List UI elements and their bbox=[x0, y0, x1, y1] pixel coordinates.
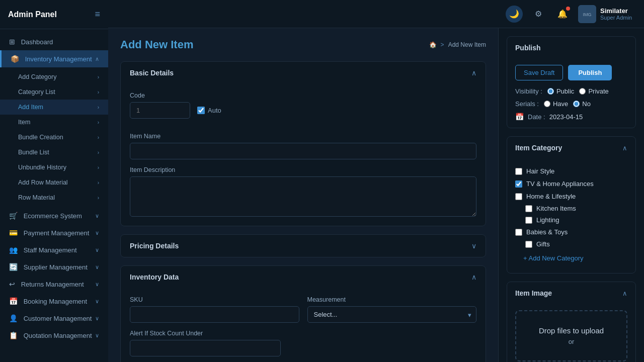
category-item-kitchen[interactable]: Kitchen Items bbox=[515, 203, 627, 214]
user-avatar[interactable]: IMG Similater Super Admin bbox=[578, 5, 632, 23]
auto-checkbox[interactable]: Auto bbox=[197, 107, 221, 114]
sidebar-item-supplier[interactable]: 🔄 Supplier Management ∨ bbox=[0, 258, 108, 276]
hamburger-icon[interactable]: ≡ bbox=[95, 9, 100, 20]
sidebar-item-bundle-list[interactable]: Bundle List › bbox=[0, 145, 108, 160]
category-checkbox-kitchen[interactable] bbox=[525, 205, 532, 212]
sidebar-item-staff[interactable]: 👥 Staff Management ∨ bbox=[0, 241, 108, 258]
item-list-chevron: › bbox=[98, 120, 99, 125]
item-image-header[interactable]: Item Image ∧ bbox=[507, 282, 635, 304]
publish-panel-title: Publish bbox=[515, 44, 541, 52]
booking-label: Booking Management bbox=[24, 298, 87, 305]
category-label-babies-toys: Babies & Toys bbox=[526, 228, 568, 236]
category-checkbox-tv-home[interactable] bbox=[515, 180, 522, 188]
category-item-babies-toys[interactable]: Babies & Toys bbox=[515, 226, 627, 238]
staff-icon: 👥 bbox=[9, 246, 18, 254]
unbundle-chevron: › bbox=[98, 165, 99, 170]
inventory-data-header[interactable]: Inventory Data ∧ bbox=[121, 266, 486, 288]
settings-icon[interactable]: ⚙ bbox=[530, 6, 547, 23]
code-input[interactable] bbox=[130, 102, 190, 119]
item-category-panel: Item Category ∧ Hair Style TV & Home A bbox=[507, 136, 636, 274]
serials-have-radio[interactable] bbox=[544, 101, 550, 107]
category-label-lighting: Lighting bbox=[536, 216, 559, 224]
serials-no-option[interactable]: No bbox=[573, 100, 591, 108]
save-draft-button[interactable]: Save Draft bbox=[515, 65, 563, 80]
category-item-tv-home[interactable]: TV & Home Appliances bbox=[515, 177, 627, 190]
sidebar-item-payment[interactable]: 💳 Payment Management ∨ bbox=[0, 224, 108, 241]
serials-no-radio[interactable] bbox=[573, 101, 580, 107]
category-label-hair-style: Hair Style bbox=[526, 167, 554, 175]
sidebar-item-row-material-list[interactable]: Row Material › bbox=[0, 190, 108, 205]
sidebar-item-category-list[interactable]: Category List › bbox=[0, 84, 108, 100]
returns-label: Returns Management bbox=[21, 281, 84, 288]
category-checkbox-gifts[interactable] bbox=[525, 241, 532, 248]
sku-input[interactable] bbox=[130, 306, 299, 323]
category-item-gifts[interactable]: Gifts bbox=[515, 238, 627, 250]
theme-toggle-button[interactable]: 🌙 bbox=[506, 6, 523, 23]
home-icon[interactable]: 🏠 bbox=[429, 41, 437, 48]
visibility-private-radio[interactable] bbox=[579, 88, 586, 95]
customer-icon: 👤 bbox=[9, 314, 18, 322]
payment-chevron-icon: ∨ bbox=[95, 230, 99, 236]
category-label-home-lifestyle: Home & Lifestyle bbox=[526, 193, 576, 200]
sidebar-item-ecommerce[interactable]: 🛒 Ecommerce System ∨ bbox=[0, 207, 108, 224]
pricing-details-header[interactable]: Pricing Details ∨ bbox=[121, 235, 486, 257]
sidebar-item-add-category[interactable]: Add Category › bbox=[0, 69, 108, 84]
add-category-chevron: › bbox=[98, 74, 99, 80]
bundle-creation-label: Bundle Creation bbox=[18, 134, 63, 141]
item-description-textarea[interactable] bbox=[130, 176, 476, 217]
sidebar-item-bundle-creation[interactable]: Bundle Creation › bbox=[0, 130, 108, 145]
sidebar-item-add-item[interactable]: Add Item › bbox=[0, 100, 108, 115]
alert-label: Alert If Stock Count Under bbox=[130, 330, 476, 337]
item-name-input[interactable] bbox=[130, 143, 476, 159]
date-icon: 📅 bbox=[515, 113, 524, 121]
visibility-private-option[interactable]: Private bbox=[579, 87, 608, 95]
alert-input[interactable] bbox=[130, 340, 281, 356]
dashboard-icon: ⊞ bbox=[9, 38, 15, 46]
measurement-select[interactable]: Select... bbox=[307, 306, 477, 323]
or-text: or bbox=[569, 338, 575, 345]
have-label: Have bbox=[553, 100, 568, 108]
sidebar-item-add-row-material[interactable]: Add Row Material › bbox=[0, 175, 108, 190]
serials-have-option[interactable]: Have bbox=[544, 100, 568, 108]
item-category-header[interactable]: Item Category ∧ bbox=[507, 137, 635, 159]
category-checkbox-babies-toys[interactable] bbox=[515, 229, 522, 236]
category-checkbox-lighting[interactable] bbox=[525, 217, 532, 224]
basic-details-header[interactable]: Basic Details ∧ bbox=[121, 62, 486, 84]
visibility-row: Visibility : Public Private bbox=[515, 87, 627, 95]
visibility-public-option[interactable]: Public bbox=[547, 87, 574, 95]
sidebar-item-booking[interactable]: 📅 Booking Management ∨ bbox=[0, 293, 108, 310]
image-upload-dropzone[interactable]: Drop files to upload or bbox=[515, 310, 627, 361]
private-label: Private bbox=[588, 87, 608, 95]
sidebar-item-dashboard[interactable]: ⊞ Dashboard bbox=[0, 33, 108, 50]
visibility-public-radio[interactable] bbox=[547, 88, 554, 95]
topbar: 🌙 ⚙ 🔔 IMG Similater Super Admin bbox=[108, 0, 644, 28]
category-label-gifts: Gifts bbox=[536, 240, 550, 248]
sidebar-item-unbundle-history[interactable]: Unbundle History › bbox=[0, 160, 108, 175]
pricing-details-panel: Pricing Details ∨ bbox=[120, 234, 486, 257]
measurement-select-wrapper: Select... bbox=[307, 306, 477, 323]
customer-label: Customer Management bbox=[24, 315, 92, 322]
notification-bell-icon[interactable]: 🔔 bbox=[554, 6, 571, 23]
returns-icon: ↩ bbox=[9, 280, 15, 288]
category-item-hair-style[interactable]: Hair Style bbox=[515, 165, 627, 177]
ecommerce-chevron-icon: ∨ bbox=[95, 213, 99, 219]
supplier-label: Supplier Management bbox=[24, 263, 88, 271]
category-checkbox-home-lifestyle[interactable] bbox=[515, 193, 522, 200]
add-category-label: Add Category bbox=[18, 73, 56, 80]
auto-label: Auto bbox=[208, 107, 221, 114]
add-new-category-link[interactable]: + Add New Category bbox=[515, 250, 627, 266]
sidebar-item-quotation[interactable]: 📋 Quotation Management ∨ bbox=[0, 327, 108, 344]
sidebar-item-customer[interactable]: 👤 Customer Management ∨ bbox=[0, 310, 108, 327]
publish-button[interactable]: Publish bbox=[568, 65, 612, 80]
category-item-lighting[interactable]: Lighting bbox=[515, 214, 627, 226]
date-label: Date : bbox=[528, 113, 545, 121]
auto-checkbox-input[interactable] bbox=[197, 107, 205, 114]
breadcrumb: 🏠 > Add New Item bbox=[429, 41, 486, 48]
sidebar-item-returns[interactable]: ↩ Returns Management ∨ bbox=[0, 276, 108, 293]
category-item-home-lifestyle[interactable]: Home & Lifestyle bbox=[515, 190, 627, 203]
sidebar-item-item-list[interactable]: Item › bbox=[0, 115, 108, 130]
category-checkbox-hair-style[interactable] bbox=[515, 168, 522, 175]
staff-label: Staff Management bbox=[24, 246, 77, 254]
sidebar-item-inventory[interactable]: 📦 Inventory Management ∧ bbox=[0, 50, 108, 67]
item-category-title: Item Category bbox=[515, 144, 562, 152]
